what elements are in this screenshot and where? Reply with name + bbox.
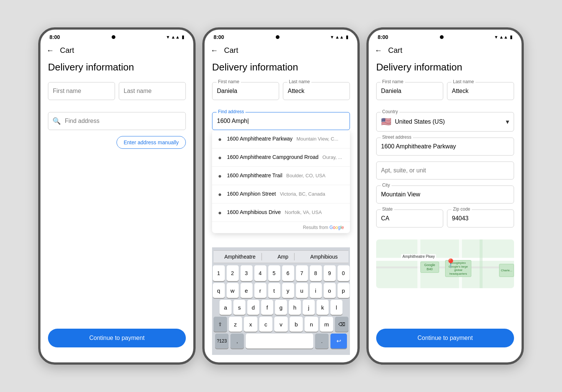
key-1[interactable]: 1: [213, 265, 225, 281]
key-r[interactable]: r: [254, 283, 266, 298]
key-g[interactable]: g: [275, 300, 287, 315]
find-address-input-1[interactable]: [48, 112, 186, 130]
key-h[interactable]: h: [289, 300, 301, 315]
key-u[interactable]: u: [296, 283, 308, 298]
suggestion-amphitheatre[interactable]: Amphitheatre: [218, 253, 262, 260]
find-address-input-2[interactable]: [212, 112, 350, 130]
map-inner: Amphitheatre Pkwy Google B40 GoogleplexG…: [376, 239, 514, 288]
first-name-field-1: [48, 82, 115, 100]
key-x[interactable]: x: [244, 317, 257, 332]
first-name-input-3[interactable]: [376, 82, 443, 100]
suggestion-amp[interactable]: Amp: [272, 253, 295, 260]
key-p[interactable]: p: [338, 283, 350, 298]
country-name-text: United States (US): [395, 118, 502, 125]
nav-title-2: Cart: [224, 46, 238, 55]
first-name-input-1[interactable]: [48, 82, 115, 100]
back-button-3[interactable]: ←: [375, 46, 382, 55]
signal-icon-3: ▲▲: [499, 34, 508, 40]
num-switch-key[interactable]: ?123: [215, 334, 229, 349]
first-name-field-3: First name document.currentScript.parent…: [376, 82, 443, 100]
enter-key[interactable]: ↩: [330, 334, 347, 349]
key-c[interactable]: c: [259, 317, 273, 332]
back-button-2[interactable]: ←: [211, 46, 218, 55]
camera-dot-1: [112, 35, 115, 39]
keyboard: Amphitheatre Amp Amphibious 1 2 3 4 5 6 …: [212, 247, 350, 355]
key-j[interactable]: j: [303, 300, 315, 315]
last-name-input-2[interactable]: [283, 82, 350, 100]
suggestion-item-4[interactable]: ● 1600 Amphibious Drive Norfolk, VA, USA: [212, 203, 350, 222]
suggestion-main-0: 1600 Amphitheatre Parkway: [227, 136, 293, 142]
key-5[interactable]: 5: [268, 265, 280, 281]
enter-manually-button[interactable]: Enter address manually: [117, 136, 186, 149]
suggestion-item-3[interactable]: ● 1600 Amphion Street Victoria, BC, Cana…: [212, 185, 350, 203]
street-field: Street address document.currentScript.pa…: [376, 138, 514, 156]
apt-field: [376, 162, 514, 180]
country-label: Country: [381, 109, 399, 114]
state-zip-row: State document.currentScript.parentEleme…: [376, 209, 514, 233]
autocomplete-footer: Results from Google: [212, 222, 350, 233]
key-y[interactable]: y: [282, 283, 294, 298]
key-o[interactable]: o: [324, 283, 336, 298]
suggestion-main-3: 1600 Amphion Street: [227, 191, 276, 197]
keyboard-num-row: 1 2 3 4 5 6 7 8 9 0: [214, 265, 348, 281]
road-label: Amphitheatre Pkwy: [401, 254, 436, 259]
key-b[interactable]: b: [290, 317, 303, 332]
comma-key[interactable]: ,: [230, 334, 244, 349]
time-3: 8:00: [378, 34, 388, 40]
key-k[interactable]: k: [317, 300, 329, 315]
key-l[interactable]: l: [330, 300, 342, 315]
suggestion-sub-1: Ouray, ...: [323, 154, 342, 160]
last-name-input-3[interactable]: [447, 82, 514, 100]
space-key[interactable]: [246, 334, 313, 349]
key-f[interactable]: f: [261, 300, 273, 315]
country-select[interactable]: 🇺🇸 United States (US) ▾: [376, 112, 514, 132]
key-v[interactable]: v: [274, 317, 288, 332]
dropdown-arrow-icon: ▾: [506, 118, 509, 126]
key-q[interactable]: q: [213, 283, 225, 298]
pin-icon-0: ●: [218, 136, 222, 143]
state-input[interactable]: [376, 209, 443, 227]
key-d[interactable]: d: [247, 300, 259, 315]
city-input[interactable]: [376, 186, 514, 203]
key-n[interactable]: n: [305, 317, 318, 332]
suggestion-amphibious[interactable]: Amphibious: [304, 253, 344, 260]
suggestion-item-0[interactable]: ● 1600 Amphitheatre Parkway Mountain Vie…: [212, 130, 350, 148]
suggestion-item-2[interactable]: ● 1600 Amphitheatre Trail Boulder, CO, U…: [212, 167, 350, 185]
shift-key[interactable]: ⇧: [214, 317, 227, 332]
zip-input[interactable]: [447, 209, 514, 227]
last-name-input-1[interactable]: [119, 82, 186, 100]
name-row-3: First name document.currentScript.parent…: [376, 82, 514, 106]
street-input[interactable]: [376, 138, 514, 156]
first-name-input-2[interactable]: [212, 82, 279, 100]
key-s[interactable]: s: [233, 300, 245, 315]
key-z[interactable]: z: [229, 317, 242, 332]
key-a[interactable]: a: [220, 300, 232, 315]
backspace-key[interactable]: ⌫: [335, 317, 348, 332]
suggestion-item-1[interactable]: ● 1600 Amphitheatre Campground Rroad Our…: [212, 148, 350, 167]
status-icons-1: ▾ ▲▲ ▮: [167, 34, 184, 40]
time-1: 8:00: [49, 34, 60, 40]
signal-icon: ▲▲: [171, 34, 180, 40]
key-0[interactable]: 0: [338, 265, 350, 281]
key-8[interactable]: 8: [310, 265, 322, 281]
apt-input[interactable]: [376, 162, 514, 180]
key-t[interactable]: t: [268, 283, 280, 298]
key-9[interactable]: 9: [324, 265, 336, 281]
back-button-1[interactable]: ←: [46, 46, 54, 55]
key-m[interactable]: m: [320, 317, 333, 332]
continue-payment-button-1[interactable]: Continue to payment: [48, 329, 186, 347]
status-bar-1: 8:00 ▾ ▲▲ ▮: [40, 30, 193, 42]
continue-payment-button-3[interactable]: Continue to payment: [376, 329, 514, 347]
last-name-field-1: [119, 82, 186, 100]
key-7[interactable]: 7: [296, 265, 308, 281]
phone-screen-3: 8:00 ▾ ▲▲ ▮ ← Cart Delivery information …: [366, 27, 524, 365]
key-4[interactable]: 4: [254, 265, 266, 281]
key-e[interactable]: e: [241, 283, 253, 298]
keyboard-suggestions-row: Amphitheatre Amp Amphibious: [214, 250, 348, 263]
key-2[interactable]: 2: [227, 265, 239, 281]
key-6[interactable]: 6: [282, 265, 294, 281]
key-3[interactable]: 3: [241, 265, 253, 281]
key-w[interactable]: w: [227, 283, 239, 298]
period-key[interactable]: .: [315, 334, 329, 349]
key-i[interactable]: i: [310, 283, 322, 298]
